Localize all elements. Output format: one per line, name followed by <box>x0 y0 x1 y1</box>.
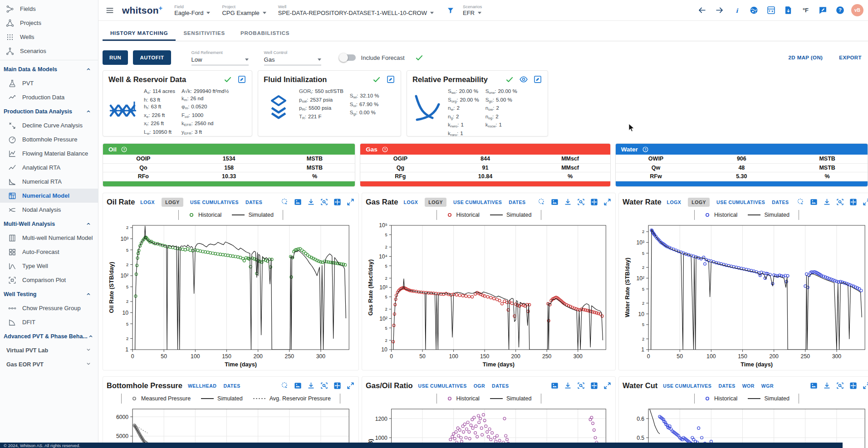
pan-icon[interactable] <box>849 198 858 206</box>
image-export-icon[interactable] <box>809 198 818 206</box>
pan-icon[interactable] <box>590 381 598 390</box>
sidebar-item-gas-eor-pvt[interactable]: Gas EOR PVT <box>0 357 98 371</box>
sidebar-section-production-data-analysis[interactable]: Production Data Analysis <box>0 104 98 118</box>
edit-icon[interactable] <box>533 75 542 84</box>
sidebar-item-wells[interactable]: Wells <box>0 30 98 44</box>
help-circle-outline-icon[interactable]: ? <box>121 146 128 153</box>
legend-item-measured-pressure[interactable]: Measured Pressure <box>131 395 191 402</box>
chart-link-dates[interactable]: DATES <box>509 200 525 205</box>
fullscreen-icon[interactable] <box>603 381 612 390</box>
chart-link-use-cumulatives[interactable]: USE CUMULATIVES <box>418 383 467 389</box>
edit-icon[interactable] <box>237 75 246 84</box>
sidebar-item-nodal-analysis[interactable]: Nodal Analysis <box>0 203 98 217</box>
fullscreen-icon[interactable] <box>862 381 868 390</box>
avatar[interactable]: vB <box>851 4 863 16</box>
legend-item-simulated[interactable]: Simulated <box>747 212 790 218</box>
help-circle-outline-icon[interactable]: ? <box>642 146 649 153</box>
pan-icon[interactable] <box>590 198 598 206</box>
zoom-box-icon[interactable] <box>836 381 844 390</box>
fullscreen-icon[interactable] <box>346 381 355 390</box>
file-export-icon[interactable] <box>784 5 793 15</box>
download-icon[interactable] <box>564 198 572 206</box>
download-icon[interactable] <box>823 381 831 390</box>
sidebar-section-well-testing[interactable]: Well Testing <box>0 287 98 301</box>
sidebar-item-virtual-pvt-lab[interactable]: Virtual PVT Lab <box>0 343 98 357</box>
chart-link-logy[interactable]: LOGY <box>162 198 183 207</box>
bottomhole-pressure-plot[interactable]: 6000500040003000200010000501001502002503… <box>107 404 355 448</box>
pan-icon[interactable] <box>849 381 858 390</box>
download-icon[interactable] <box>564 381 572 390</box>
chart-link-logy[interactable]: LOGY <box>688 198 710 207</box>
sidebar-item-type-well[interactable]: Type Well <box>0 259 98 273</box>
image-export-icon[interactable] <box>809 381 818 390</box>
pan-icon[interactable] <box>333 381 342 390</box>
sidebar-item-chow-pressure-group[interactable]: Chow Pressure Group <box>0 301 98 315</box>
chart-link-dates[interactable]: DATES <box>718 383 735 389</box>
zoom-box-icon[interactable] <box>577 381 585 390</box>
pan-icon[interactable] <box>333 198 342 206</box>
help-circle-outline-icon[interactable]: ? <box>382 146 388 153</box>
chart-link-use-cumulatives[interactable]: USE CUMULATIVES <box>190 200 239 205</box>
chart-link-logx[interactable]: LOGX <box>404 200 418 205</box>
sidebar-section-multi-well-analysis[interactable]: Multi-Well Analysis <box>0 217 98 231</box>
scenarios-selector[interactable]: ScenariosEFR <box>463 4 482 16</box>
sidebar-item-scenarios[interactable]: Scenarios <box>0 44 98 58</box>
sidebar-item-flowing-material-balance[interactable]: Flowing Material Balance <box>0 146 98 161</box>
legend-item-historical[interactable]: Historical <box>446 395 480 402</box>
autofit-button[interactable]: AUTOFIT <box>133 50 171 65</box>
chart-link-logx[interactable]: LOGX <box>140 200 155 205</box>
fullscreen-icon[interactable] <box>346 198 355 206</box>
legend-item-simulated[interactable]: Simulated <box>747 395 790 402</box>
grid-refinement-select[interactable]: Grid Refinement Low <box>191 50 249 65</box>
export-link[interactable]: EXPORT <box>839 55 862 60</box>
chart-link-dates[interactable]: DATES <box>492 383 509 389</box>
field-selector[interactable]: FieldEagle-Ford <box>174 4 210 16</box>
edit-icon[interactable] <box>386 75 395 84</box>
tab-probabilistics[interactable]: PROBABILISTICS <box>233 26 297 41</box>
sidebar-item-dfit[interactable]: DFIT <box>0 315 98 329</box>
legend-item-historical[interactable]: Historical <box>704 395 737 402</box>
water-rate-plot[interactable]: 125102510²2510³2050100150200250300Time (… <box>623 221 868 370</box>
eye-icon[interactable] <box>519 75 528 84</box>
image-export-icon[interactable] <box>550 381 559 390</box>
back-arrow-icon[interactable] <box>697 5 707 15</box>
chart-link-use-cumulatives[interactable]: USE CUMULATIVES <box>663 383 711 389</box>
globe-icon[interactable] <box>749 5 759 15</box>
sidebar-section-advanced-pvt-phase-beha[interactable]: Advanced PVT & Phase Beha... <box>0 329 98 343</box>
legend-item-simulated[interactable]: Simulated <box>490 395 532 402</box>
funnel-icon[interactable] <box>446 6 455 15</box>
sidebar-item-projects[interactable]: Projects <box>0 16 98 30</box>
sidebar-item-production-data[interactable]: Production Data <box>0 90 98 104</box>
download-icon[interactable] <box>307 198 315 206</box>
chart-link-use-cumulatives[interactable]: USE CUMULATIVES <box>453 200 502 205</box>
2d-map-on-link[interactable]: 2D MAP (ON) <box>789 55 823 60</box>
chart-link-dates[interactable]: DATES <box>772 200 789 205</box>
legend-item-simulated[interactable]: Simulated <box>490 212 532 218</box>
chart-link-logy[interactable]: LOGY <box>425 198 446 207</box>
chart-link-wgr[interactable]: WGR <box>761 383 774 389</box>
zoom-box-icon[interactable] <box>577 198 585 206</box>
chart-link-logx[interactable]: LOGX <box>667 200 682 205</box>
chart-link-dates[interactable]: DATES <box>245 200 262 205</box>
chart-link-ogr[interactable]: OGR <box>474 383 485 389</box>
temperature-unit-toggle[interactable]: °F <box>801 5 810 15</box>
lasso-select-icon[interactable] <box>537 198 546 206</box>
download-icon[interactable] <box>307 381 315 390</box>
download-icon[interactable] <box>823 198 831 206</box>
chart-link-use-cumulatives[interactable]: USE CUMULATIVES <box>716 200 765 205</box>
run-button[interactable]: RUN <box>103 50 128 65</box>
info-icon[interactable]: i <box>733 6 741 15</box>
lasso-select-icon[interactable] <box>796 198 805 206</box>
sidebar-item-analytical-rta[interactable]: Analytical RTA <box>0 161 98 175</box>
image-export-icon[interactable] <box>294 381 302 390</box>
water-cut-plot[interactable]: 0.60.50.40.30.20.1050100150200250300Time… <box>623 404 868 448</box>
well-control-select[interactable]: Well Control Gas <box>264 50 321 65</box>
forward-arrow-icon[interactable] <box>715 5 724 15</box>
oil-rate-plot[interactable]: 125102510²2510³2050100150200250300Time (… <box>107 221 355 370</box>
legend-item-historical[interactable]: Historical <box>446 212 480 218</box>
zoom-box-icon[interactable] <box>836 198 844 206</box>
help-icon[interactable]: ? <box>835 5 845 15</box>
fullscreen-icon[interactable] <box>862 198 868 206</box>
sidebar-item-comparison-plot[interactable]: Comparison Plot <box>0 273 98 287</box>
legend-item-simulated[interactable]: Simulated <box>231 212 274 218</box>
